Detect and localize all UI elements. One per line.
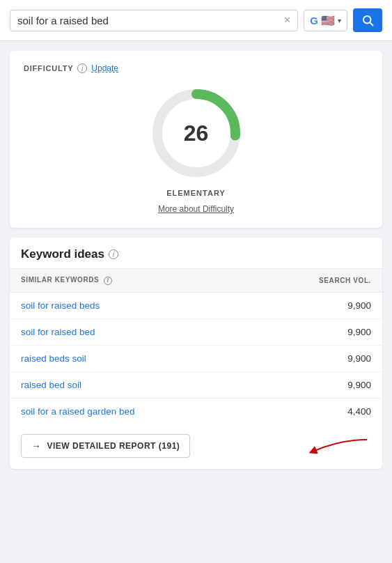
keyword-ideas-section: Keyword ideas i SIMILAR KEYWORDS i SEARC… [10,238,382,469]
vol-cell: 9,900 [252,292,382,318]
table-row: raised bed soil 9,900 [10,371,382,398]
search-icon [361,14,374,26]
col-header-keyword: SIMILAR KEYWORDS i [10,269,252,293]
search-input[interactable] [17,15,279,26]
table-row: raised beds soil 9,900 [10,345,382,371]
keyword-ideas-info-icon[interactable]: i [109,249,118,259]
main-content: DIFFICULTY i Update 26 ELEMENTARY More a… [0,41,392,479]
table-row: soil for raised bed 9,900 [10,318,382,345]
update-link[interactable]: Update [91,63,118,73]
keyword-cell[interactable]: soil for raised bed [10,318,252,345]
view-report-label: VIEW DETAILED REPORT (191) [47,441,180,451]
col-keyword-label: SIMILAR KEYWORDS [21,276,99,284]
google-g-icon: G [310,15,318,26]
keyword-cell[interactable]: raised beds soil [10,345,252,371]
table-row: soil for raised beds 9,900 [10,292,382,318]
svg-line-1 [370,22,373,25]
difficulty-info-icon[interactable]: i [77,63,87,73]
view-report-area: → VIEW DETAILED REPORT (191) [10,424,382,469]
keyword-cell[interactable]: raised bed soil [10,371,252,398]
keyword-ideas-title: Keyword ideas [21,247,104,261]
chevron-down-icon: ▾ [338,17,341,24]
vol-cell: 9,900 [252,371,382,398]
view-detailed-report-button[interactable]: → VIEW DETAILED REPORT (191) [21,434,190,458]
search-button[interactable] [353,8,382,32]
donut-chart: 26 [148,84,245,182]
difficulty-score: 26 [184,121,209,146]
difficulty-header: DIFFICULTY i Update [24,63,368,73]
google-engine-selector[interactable]: G 🇺🇸 ▾ [304,10,347,31]
arrow-right-icon: → [31,440,42,452]
country-flag-icon: 🇺🇸 [321,14,335,27]
red-arrow-svg [306,436,368,457]
keyword-ideas-header: Keyword ideas i [10,238,382,268]
table-header-row: SIMILAR KEYWORDS i SEARCH VOL. [10,269,382,293]
vol-cell: 9,900 [252,318,382,345]
donut-chart-wrapper: 26 ELEMENTARY More about Difficulty [24,84,368,214]
keyword-cell[interactable]: soil for a raised garden bed [10,398,252,424]
keyword-table: SIMILAR KEYWORDS i SEARCH VOL. soil for … [10,268,382,424]
red-arrow-annotation [306,436,368,457]
difficulty-label: DIFFICULTY [24,64,73,72]
vol-cell: 4,400 [252,398,382,424]
difficulty-level: ELEMENTARY [166,189,226,197]
col-header-vol: SEARCH VOL. [252,269,382,293]
table-row: soil for a raised garden bed 4,400 [10,398,382,424]
difficulty-card: DIFFICULTY i Update 26 ELEMENTARY More a… [10,51,382,228]
search-bar: × G 🇺🇸 ▾ [0,0,392,41]
col-keyword-info-icon[interactable]: i [104,277,112,285]
vol-cell: 9,900 [252,345,382,371]
keyword-cell[interactable]: soil for raised beds [10,292,252,318]
search-input-wrapper: × [10,10,298,31]
clear-icon[interactable]: × [284,15,290,26]
more-about-difficulty-link[interactable]: More about Difficulty [158,204,234,214]
